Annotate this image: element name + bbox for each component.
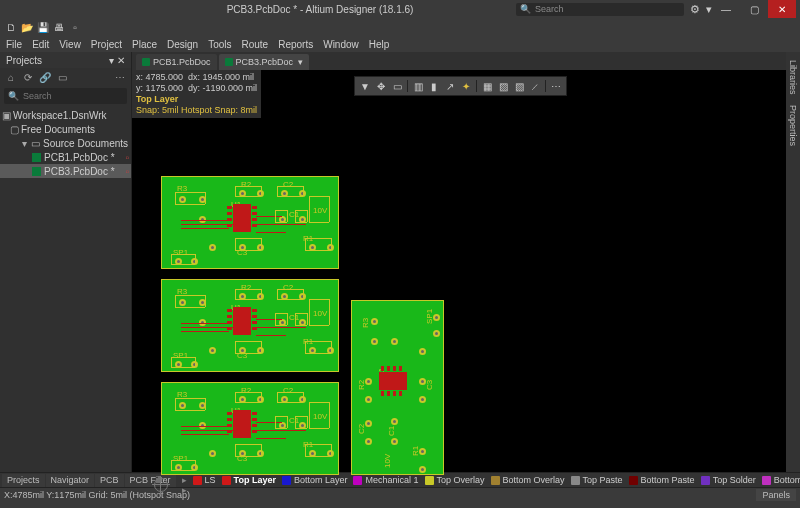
layer-mechanical-1[interactable]: Mechanical 1	[353, 475, 418, 485]
layer-top-solder[interactable]: Top Solder	[701, 475, 756, 485]
menu-file[interactable]: File	[6, 39, 22, 50]
menu-project[interactable]: Project	[91, 39, 122, 50]
dropdown-icon[interactable]: ▾	[298, 57, 303, 67]
menu-window[interactable]: Window	[323, 39, 359, 50]
settings-icon[interactable]: ⚙	[690, 3, 700, 16]
collapse-icon[interactable]: ▢	[10, 124, 18, 135]
document-tabs: PCB1.PcbDoc PCB3.PcbDoc ▾	[132, 52, 786, 70]
maximize-button[interactable]: ▢	[740, 0, 768, 18]
panel-libraries[interactable]: Libraries	[788, 60, 798, 95]
layer-ls[interactable]: LS	[193, 475, 216, 485]
open-icon[interactable]: 📂	[20, 20, 34, 34]
new-icon[interactable]: 🗋	[4, 20, 18, 34]
tab-pcb3[interactable]: PCB3.PcbDoc ▾	[219, 54, 310, 70]
layer-label: Mechanical 1	[365, 475, 418, 485]
projects-panel: Projects ▾ ✕ ⌂ ⟳ 🔗 ▭ ⋯ 🔍 Search ▣ Worksp…	[0, 52, 132, 472]
layer-swatch	[629, 476, 638, 485]
layer-swatch	[762, 476, 771, 485]
global-search[interactable]: 🔍 Search	[516, 3, 684, 16]
layer-swatch	[193, 476, 202, 485]
home-icon[interactable]: ⌂	[4, 70, 18, 84]
board-instance-2[interactable]: R3R2C2U1C110VR1SP1C3	[161, 279, 339, 372]
preview-icon[interactable]: ▫	[68, 20, 82, 34]
menu-route[interactable]: Route	[242, 39, 269, 50]
tree-doc2[interactable]: PCB3.PcbDoc * ▫	[0, 164, 131, 178]
tab-projects[interactable]: Projects	[2, 474, 45, 487]
hud-layer: Top Layer	[136, 94, 257, 105]
layer-bottom-solder[interactable]: Bottom Solder	[762, 475, 800, 485]
tree-source-documents[interactable]: ▾ ▭ Source Documents	[0, 136, 131, 150]
layer-top-overlay[interactable]: Top Overlay	[425, 475, 485, 485]
options-icon[interactable]: ⋯	[113, 70, 127, 84]
project-tree: ▣ Workspace1.DsnWrk ▢ Free Documents ▾ ▭…	[0, 106, 131, 180]
measure-icon[interactable]: ⟋	[528, 79, 542, 93]
menu-reports[interactable]: Reports	[278, 39, 313, 50]
board-instance-1[interactable]: R3R2C2U1C110VR1SP1C3	[161, 176, 339, 269]
menu-place[interactable]: Place	[132, 39, 157, 50]
hatch-icon[interactable]: ▨	[496, 79, 510, 93]
tree-doc1[interactable]: PCB1.PcbDoc * ▫	[0, 150, 131, 164]
more-icon[interactable]: ⋯	[549, 79, 563, 93]
pcb-canvas[interactable]: PCB1.PcbDoc PCB3.PcbDoc ▾ x: 4785.000 dx…	[132, 52, 786, 472]
grid-icon[interactable]: ▦	[480, 79, 494, 93]
layer-swatch	[425, 476, 434, 485]
menu-tools[interactable]: Tools	[208, 39, 231, 50]
tree-free-documents[interactable]: ▢ Free Documents	[0, 122, 131, 136]
menu-view[interactable]: View	[59, 39, 81, 50]
refresh-icon[interactable]: ⟳	[21, 70, 35, 84]
hud-dy: dy: -1190.000 mil	[188, 83, 257, 93]
layer-bottom-overlay[interactable]: Bottom Overlay	[491, 475, 565, 485]
panel-search[interactable]: 🔍 Search	[4, 88, 127, 104]
layer-bottom-layer[interactable]: Bottom Layer	[282, 475, 348, 485]
hud-dx: dx: 1945.000 mil	[188, 72, 254, 82]
net-icon[interactable]: ▧	[512, 79, 526, 93]
layer-top-layer[interactable]: Top Layer	[222, 475, 276, 485]
filter-icon[interactable]: ▼	[358, 79, 372, 93]
pcb-icon	[32, 167, 41, 176]
tree-workspace[interactable]: ▣ Workspace1.DsnWrk	[0, 108, 131, 122]
layer-label: Bottom Paste	[641, 475, 695, 485]
route-icon[interactable]: ↗	[443, 79, 457, 93]
panels-button[interactable]: Panels	[756, 489, 796, 501]
panel-menu-icon[interactable]: ▾ ✕	[109, 55, 125, 66]
modified-icon: ▫	[125, 166, 129, 177]
tab-pcb1[interactable]: PCB1.PcbDoc	[136, 54, 217, 70]
layer-swatch	[571, 476, 580, 485]
panel-properties[interactable]: Properties	[788, 105, 798, 146]
save-icon[interactable]: 💾	[36, 20, 50, 34]
menu-help[interactable]: Help	[369, 39, 390, 50]
move-icon[interactable]: ✥	[374, 79, 388, 93]
right-panel-bar: Libraries Properties	[786, 52, 800, 472]
print-icon[interactable]: 🖶	[52, 20, 66, 34]
place-icon[interactable]: ▮	[427, 79, 441, 93]
expand-icon[interactable]: ▣	[2, 110, 10, 121]
tab-label: PCB3.PcbDoc	[236, 57, 294, 67]
menu-design[interactable]: Design	[167, 39, 198, 50]
pcb-icon	[142, 58, 150, 66]
hud-y: y: 1175.000	[136, 83, 183, 93]
panel-title-label: Projects	[6, 55, 42, 66]
tab-navigator[interactable]: Navigator	[46, 474, 95, 487]
layer-swatch	[282, 476, 291, 485]
align-icon[interactable]: ▥	[411, 79, 425, 93]
layer-bottom-paste[interactable]: Bottom Paste	[629, 475, 695, 485]
layer-swatch	[701, 476, 710, 485]
link-icon[interactable]: 🔗	[38, 70, 52, 84]
board-instance-4[interactable]: R3R2C2U1C110VR1SP1C3	[351, 300, 444, 475]
panel-title: Projects ▾ ✕	[0, 52, 131, 68]
select-icon[interactable]: ▭	[390, 79, 404, 93]
close-button[interactable]: ✕	[768, 0, 796, 18]
search-icon: 🔍	[520, 4, 531, 14]
menu-edit[interactable]: Edit	[32, 39, 49, 50]
folder-icon: ▭	[31, 138, 40, 149]
highlight-icon[interactable]: ✦	[459, 79, 473, 93]
tab-pcb[interactable]: PCB	[95, 474, 124, 487]
minimize-button[interactable]: —	[712, 0, 740, 18]
bottom-tabs: Projects Navigator PCB PCB Filter	[0, 474, 178, 487]
board-instance-3[interactable]: R3R2C2U1C110VR1SP1C3	[161, 382, 339, 475]
titlebar: PCB3.PcbDoc * - Altium Designer (18.1.6)…	[0, 0, 800, 18]
origin-marker	[154, 478, 168, 492]
layer-top-paste[interactable]: Top Paste	[571, 475, 623, 485]
collapse-icon[interactable]: ▾	[20, 138, 28, 149]
config-icon[interactable]: ▭	[55, 70, 69, 84]
